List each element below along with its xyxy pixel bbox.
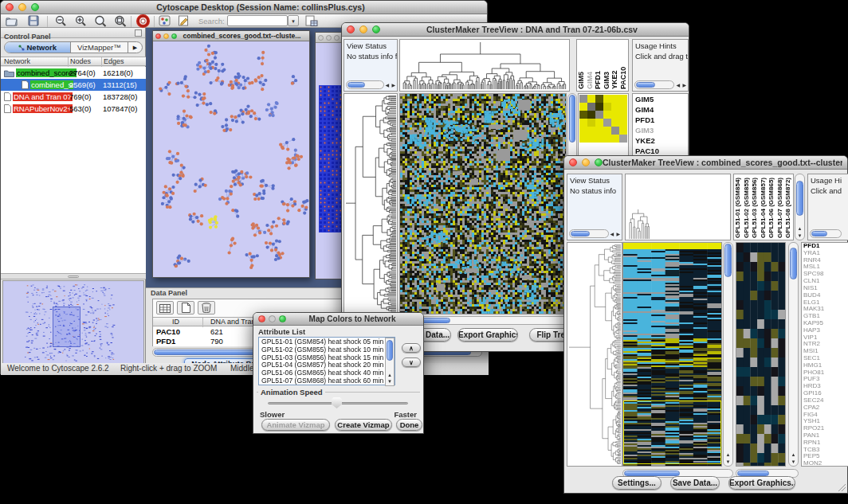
speed-slider-thumb[interactable] (332, 397, 342, 408)
close-icon[interactable] (347, 25, 355, 33)
birdseye-view[interactable] (2, 280, 144, 365)
tv2-heatmap-vscrollbar[interactable]: ▲▼ (723, 242, 733, 467)
column-label[interactable]: GPL51-02 (GSM855) (743, 174, 752, 238)
search-dropdown-icon[interactable]: ▼ (288, 15, 299, 26)
scroll-down-icon[interactable]: ▼ (387, 378, 392, 385)
row-label[interactable]: GIM4 (633, 104, 688, 115)
column-label[interactable]: PAC10 (619, 40, 628, 89)
panel-splitter[interactable] (1, 273, 146, 279)
close-icon[interactable] (318, 35, 324, 41)
column-label[interactable]: GPL51-01 (GSM854) (734, 174, 743, 238)
column-label[interactable]: GPL51-07 (GSM868) (776, 174, 785, 238)
float-panel-icon[interactable] (135, 29, 142, 37)
save-data-button[interactable]: Save Data... (670, 476, 720, 490)
column-label[interactable]: GIM4 (586, 40, 595, 89)
scroll-right-icon[interactable]: ▶ (682, 82, 686, 88)
close-icon[interactable] (569, 158, 577, 166)
zoom-window-icon[interactable] (171, 33, 177, 39)
scroll-left-icon[interactable]: ◀ (610, 231, 614, 237)
network-list-row[interactable]: RNAPuberNov2+563(0)107847(0) (1, 103, 146, 115)
scroll-right-icon[interactable]: ▶ (391, 82, 395, 88)
settings-button[interactable]: Settings... (612, 476, 662, 490)
move-up-button[interactable]: ∧ (402, 343, 421, 353)
export-graphics-button[interactable]: Export Graphics... (728, 476, 795, 490)
attribute-select-icon[interactable] (156, 301, 174, 315)
move-down-button[interactable]: ∨ (402, 357, 421, 367)
network-view-titlebar[interactable]: combined_scores_good.txt--cluste... (153, 31, 309, 41)
tv2-zoom-vscrollbar[interactable]: ▲▼ (788, 242, 799, 467)
zoom-window-icon[interactable] (31, 3, 39, 11)
scroll-down-icon[interactable]: ▼ (726, 459, 731, 465)
close-icon[interactable] (155, 33, 161, 39)
tab-vizmapper[interactable]: VizMapper™ (71, 42, 128, 53)
delete-attribute-icon[interactable] (198, 301, 215, 315)
network-canvas[interactable] (153, 41, 309, 277)
animate-vizmap-button[interactable]: Animate Vizmap (261, 419, 330, 431)
column-label[interactable]: GIM3 (603, 40, 611, 89)
attribute-list-vscrollbar[interactable]: ▲▼ (385, 338, 395, 386)
column-label[interactable]: GIM5 (577, 40, 586, 89)
tv2-column-dendrogram[interactable] (625, 174, 731, 240)
row-label[interactable]: PFD1 (633, 115, 688, 125)
create-vizmap-button[interactable]: Create Vizmap (335, 419, 392, 431)
scroll-up-icon[interactable]: ▲ (791, 451, 796, 458)
minimize-icon[interactable] (163, 33, 169, 39)
column-label[interactable]: GPL51-08 (GSM872) (784, 174, 793, 238)
gene-label[interactable]: MON2 (802, 460, 848, 467)
tv1-column-dendrogram[interactable] (399, 39, 570, 92)
done-button[interactable]: Done (396, 419, 422, 431)
tv2-hints-hscrollbar[interactable] (810, 229, 842, 238)
scroll-left-icon[interactable]: ◀ (385, 82, 389, 88)
close-icon[interactable] (258, 315, 265, 322)
scroll-down-icon[interactable]: ▼ (798, 232, 803, 239)
tv2-row-dendrogram[interactable] (567, 242, 622, 467)
minimize-icon[interactable] (582, 158, 590, 166)
tv1-zoom-heatmap[interactable] (579, 95, 627, 143)
minimize-icon[interactable] (326, 35, 332, 41)
column-label[interactable]: GPL51-03 (GSM856) (751, 174, 760, 238)
column-label[interactable]: GPL51-06 (GSM865) (768, 174, 776, 238)
minimize-icon[interactable] (18, 3, 26, 11)
minimize-icon[interactable] (269, 315, 276, 322)
network-list-row[interactable]: DNA and Tran 07769(0)183728(0) (1, 91, 146, 103)
row-label[interactable]: GIM3 (633, 125, 688, 135)
search-input[interactable] (227, 15, 288, 26)
network-list-row[interactable]: combined_scores_2764(0)16218(0) (1, 67, 146, 79)
row-label[interactable]: YKE2 (633, 135, 688, 146)
zoom-window-icon[interactable] (595, 158, 603, 166)
row-label[interactable]: GIM5 (633, 94, 688, 104)
column-label[interactable]: GPL51-04 (GSM857) (760, 174, 768, 238)
close-icon[interactable] (6, 3, 14, 11)
tv1-hints-hscrollbar[interactable] (634, 80, 674, 89)
treeview1-titlebar[interactable]: ClusterMaker TreeView : DNA and Tran 07-… (342, 23, 689, 37)
treeview2-titlebar[interactable]: ClusterMaker TreeView : combined_scores_… (564, 156, 847, 170)
scroll-right-icon[interactable]: ▶ (616, 231, 620, 237)
column-label[interactable]: PFD1 (594, 40, 603, 89)
zoom-window-icon[interactable] (372, 25, 380, 33)
network-list-row[interactable]: combined_sco2569(6)13112(15) (1, 79, 146, 91)
tv2-zoom-panel[interactable] (736, 242, 786, 467)
scroll-down-icon[interactable]: ▼ (791, 459, 796, 465)
tv2-heatmap[interactable] (622, 242, 722, 467)
scroll-left-icon[interactable]: ◀ (676, 82, 680, 88)
tv1-row-dendrogram[interactable] (344, 93, 398, 315)
tab-network[interactable]: Network (5, 42, 71, 53)
attribute-list-item[interactable]: GPL51-07 (GSM868) heat shock 60 min (260, 377, 384, 385)
tv1-hscrollbar[interactable] (399, 316, 576, 325)
dialog-titlebar[interactable]: Map Colors to Network (253, 313, 423, 326)
main-titlebar[interactable]: Cytoscape Desktop (Session Name: collins… (1, 1, 487, 14)
column-label[interactable]: YKE2 (610, 40, 619, 89)
minimize-icon[interactable] (359, 25, 367, 33)
scroll-up-icon[interactable]: ▲ (798, 225, 803, 232)
window-controls[interactable] (6, 3, 39, 11)
new-attribute-icon[interactable] (177, 301, 194, 315)
scroll-up-icon[interactable]: ▲ (387, 372, 392, 378)
resize-grip-icon[interactable] (837, 483, 846, 492)
tv1-status-hscrollbar[interactable] (346, 80, 384, 89)
scroll-up-icon[interactable]: ▲ (726, 451, 731, 458)
export-graphics-button[interactable]: Export Graphics... (457, 328, 518, 342)
tv2-status-hscrollbar[interactable] (569, 229, 609, 238)
tv2-labels-vscrollbar[interactable]: ▲▼ (795, 174, 805, 240)
tv1-heatmap[interactable] (399, 93, 567, 315)
zoom-window-icon[interactable] (279, 315, 286, 322)
